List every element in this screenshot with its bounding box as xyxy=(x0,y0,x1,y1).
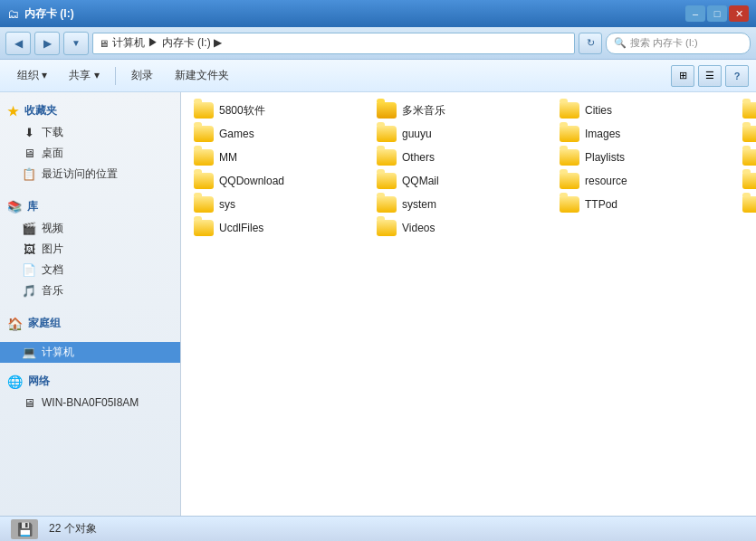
sidebar-item-recent[interactable]: 📋 最近访问的位置 xyxy=(0,164,180,185)
file-name: QQMail xyxy=(402,175,439,187)
back-button[interactable]: ◀ xyxy=(5,32,31,55)
list-item[interactable]: Playlists xyxy=(554,147,735,168)
folder-icon xyxy=(377,102,397,119)
list-item[interactable]: Games xyxy=(188,123,369,145)
title-bar-left: 🗂 内存卡 (I:) xyxy=(7,6,74,22)
file-name: Playlists xyxy=(585,151,625,164)
list-item[interactable]: 多米音乐 xyxy=(371,100,552,121)
file-name: 多米音乐 xyxy=(402,103,445,119)
favorites-header[interactable]: ★ 收藏夹 xyxy=(0,100,180,122)
file-name: 5800软件 xyxy=(219,103,265,119)
homegroup-section: 🏠 家庭组 xyxy=(0,312,180,335)
list-item[interactable]: QQDownload xyxy=(188,170,369,192)
download-icon: ⬇ xyxy=(22,126,36,140)
list-item[interactable]: 5800软件 xyxy=(188,100,369,121)
organize-button[interactable]: 组织 ▾ xyxy=(7,63,57,89)
toolbar: 组织 ▾ 共享 ▾ 刻录 新建文件夹 ⊞ ☰ ? xyxy=(0,60,756,92)
toolbar-separator xyxy=(115,67,116,85)
libraries-label: 库 xyxy=(27,199,38,214)
maximize-button[interactable]: □ xyxy=(707,5,727,22)
sidebar-item-videos[interactable]: 🎬 视频 xyxy=(0,218,180,239)
folder-icon xyxy=(194,149,214,166)
up-button[interactable]: ▼ xyxy=(63,32,89,55)
homegroup-label: 家庭组 xyxy=(28,316,61,331)
status-drive-icon: 💾 xyxy=(11,519,38,539)
file-area: 5800软件多米音乐CitiesDataGamesguuyuImagesInst… xyxy=(181,92,756,516)
music-label: 音乐 xyxy=(42,283,63,299)
share-button[interactable]: 共享 ▾ xyxy=(59,63,109,89)
desktop-label: 桌面 xyxy=(42,146,63,161)
file-name: UcdlFiles xyxy=(219,222,263,234)
file-grid: 5800软件多米音乐CitiesDataGamesguuyuImagesInst… xyxy=(188,100,749,239)
recent-icon: 📋 xyxy=(22,167,36,182)
list-item[interactable]: Others xyxy=(371,147,552,168)
sidebar-item-network-computer[interactable]: 🖥 WIN-BNA0F05I8AM xyxy=(0,393,180,413)
file-name: Videos xyxy=(402,222,435,234)
favorites-label: 收藏夹 xyxy=(24,103,57,119)
sidebar-item-music[interactable]: 🎵 音乐 xyxy=(0,280,180,301)
folder-icon xyxy=(742,149,756,166)
list-item[interactable]: Images xyxy=(554,123,735,145)
list-item[interactable]: resource xyxy=(554,170,735,192)
folder-icon xyxy=(377,196,397,213)
search-box[interactable]: 🔍 搜索 内存卡 (I:) xyxy=(606,33,751,54)
folder-icon xyxy=(560,126,579,142)
sidebar-item-images[interactable]: 🖼 图片 xyxy=(0,239,180,260)
list-item[interactable]: system xyxy=(371,194,552,215)
sidebar-item-docs[interactable]: 📄 文档 xyxy=(0,260,180,280)
forward-button[interactable]: ▶ xyxy=(34,32,60,55)
title-bar: 🗂 内存卡 (I:) – □ ✕ xyxy=(0,0,756,27)
address-path[interactable]: 🖥 计算机 ▶ 内存卡 (I:) ▶ xyxy=(92,33,575,54)
docs-icon: 📄 xyxy=(22,263,36,278)
list-item[interactable]: QQMail xyxy=(371,170,552,192)
view-button-list[interactable]: ☰ xyxy=(698,65,722,87)
refresh-button[interactable]: ↻ xyxy=(579,33,602,54)
file-name: system xyxy=(402,198,436,211)
folder-icon xyxy=(742,196,756,213)
list-item[interactable]: TXT xyxy=(737,194,756,215)
homegroup-header[interactable]: 🏠 家庭组 xyxy=(0,312,180,335)
minimize-button[interactable]: – xyxy=(685,5,705,22)
folder-icon xyxy=(194,126,214,142)
computer-section: 💻 计算机 xyxy=(0,342,180,363)
folder-icon xyxy=(742,173,756,189)
folder-icon xyxy=(377,220,397,236)
network-label: 网络 xyxy=(28,374,50,389)
folder-icon xyxy=(377,149,397,166)
help-button[interactable]: ? xyxy=(725,65,749,87)
sidebar-item-desktop[interactable]: 🖥 桌面 xyxy=(0,143,180,164)
title-bar-title: 内存卡 (I:) xyxy=(24,6,74,22)
library-icon: 📚 xyxy=(7,200,22,214)
list-item[interactable]: Sounds xyxy=(737,170,756,192)
network-header[interactable]: 🌐 网络 xyxy=(0,370,180,393)
list-item[interactable]: guuyu xyxy=(371,123,552,145)
close-button[interactable]: ✕ xyxy=(729,5,749,22)
search-icon: 🔍 xyxy=(614,37,627,49)
burn-button[interactable]: 刻录 xyxy=(121,63,163,89)
list-item[interactable]: Installs xyxy=(737,123,756,145)
libraries-header[interactable]: 📚 库 xyxy=(0,195,180,218)
list-item[interactable]: TTPod xyxy=(554,194,735,215)
view-button-grid[interactable]: ⊞ xyxy=(671,65,694,87)
address-bar: ◀ ▶ ▼ 🖥 计算机 ▶ 内存卡 (I:) ▶ ↻ 🔍 搜索 内存卡 (I:) xyxy=(0,27,756,60)
folder-icon xyxy=(194,196,214,213)
list-item[interactable]: MM xyxy=(188,147,369,168)
images-label: 图片 xyxy=(42,242,63,257)
list-item[interactable]: Cities xyxy=(554,100,735,121)
list-item[interactable]: Private xyxy=(737,147,756,168)
folder-icon xyxy=(560,196,579,213)
list-item[interactable]: sys xyxy=(188,194,369,215)
file-name: MM xyxy=(219,151,237,164)
sidebar-item-computer[interactable]: 💻 计算机 xyxy=(0,342,180,363)
file-name: TTPod xyxy=(585,198,617,211)
list-item[interactable]: UcdlFiles xyxy=(188,217,369,239)
file-name: guuyu xyxy=(402,128,432,140)
list-item[interactable]: Videos xyxy=(371,217,552,239)
file-name: sys xyxy=(219,198,235,211)
folder-icon xyxy=(377,126,397,142)
list-item[interactable]: Data xyxy=(737,100,756,121)
sidebar-item-downloads[interactable]: ⬇ 下载 xyxy=(0,122,180,143)
folder-icon xyxy=(560,149,579,166)
new-folder-button[interactable]: 新建文件夹 xyxy=(165,63,239,89)
folder-icon xyxy=(194,102,214,119)
